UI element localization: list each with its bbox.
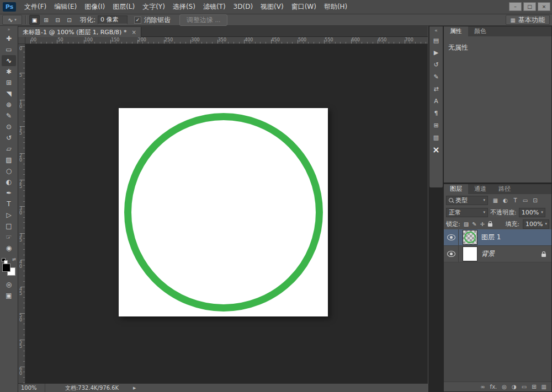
screen-mode-button[interactable]: ▣ [2,290,16,301]
refine-edge-button[interactable]: 调整边缘 ... [179,14,227,26]
antialias-checkbox[interactable]: ✓ [134,17,141,24]
subtract-selection-mode[interactable]: ⊟ [52,15,63,25]
new-group-icon[interactable]: ▭ [522,384,527,390]
menu-item[interactable]: 视图(V) [257,0,288,14]
history-brush-tool[interactable]: ↺ [2,132,16,143]
workspace-switcher[interactable]: ▦ 基本功能 [506,15,550,25]
lock-transparency-icon[interactable]: ▨ [464,221,469,227]
paragraph-panel-icon[interactable]: ¶ [429,107,443,119]
tool-preset-picker[interactable]: ∿ ▾ [2,15,22,25]
adjustment-layer-icon[interactable]: ◑ [512,384,517,390]
left-ruler[interactable]: 051015202530354045505560 [18,44,25,383]
eraser-tool[interactable]: ▱ [2,143,16,154]
dodge-tool[interactable]: ◐ [2,176,16,187]
pen-tool[interactable]: ✒ [2,187,16,198]
menu-item[interactable]: 帮助(H) [320,0,351,14]
new-layer-icon[interactable]: ⊞ [532,384,536,390]
ruler-corner[interactable] [18,37,25,44]
layer-name[interactable]: 图层 1 [481,233,501,242]
zoom-level-field[interactable]: 100% [18,384,45,392]
layer-thumbnail[interactable] [463,246,477,261]
filter-type-layers-icon[interactable]: T [511,196,520,205]
visibility-toggle[interactable] [444,246,459,262]
layers-tab[interactable]: 路径 [492,184,517,194]
gradient-tool[interactable]: ▨ [2,154,16,165]
filter-adjustment-layers-icon[interactable]: ◐ [501,196,510,205]
properties-tab[interactable]: 颜色 [468,26,492,36]
layer-row-layer-1[interactable]: 图层 1 [444,229,551,246]
layer-thumbnail[interactable] [463,230,477,245]
blur-tool[interactable]: ○ [2,165,16,176]
canvas-viewport[interactable] [25,44,428,383]
menu-item[interactable]: 滤镜(T) [199,0,230,14]
document-tab[interactable]: 未标题-1 @ 100% (图层 1, RGB/8) * × [18,27,141,37]
type-tool[interactable]: T [2,198,16,210]
shape-tool[interactable]: □ [2,221,16,232]
fill-dropdown[interactable]: 100% ▾ [523,219,549,229]
new-selection-mode[interactable]: ▣ [29,15,40,25]
add-selection-mode[interactable]: ⊞ [41,15,51,25]
layer-name[interactable]: 背景 [481,249,495,259]
status-menu-arrow-icon[interactable]: ▶ [133,386,136,390]
quick-selection-tool[interactable]: ✱ [2,66,16,77]
collapse-toolbox-icon[interactable]: » [8,26,10,33]
styles-panel-icon[interactable]: ✎ [429,71,443,83]
expand-panels-icon[interactable]: « [434,26,438,34]
menu-item[interactable]: 编辑(E) [50,0,81,14]
menu-item[interactable]: 文件(F) [20,0,50,14]
history-panel-icon[interactable]: ↺ [429,58,443,71]
properties-tab[interactable]: 属性 [444,26,468,36]
layers-tab[interactable]: 通道 [468,184,492,194]
clone-stamp-tool[interactable]: ⊙ [2,121,16,132]
default-colors-icon[interactable] [2,258,7,264]
intersect-selection-mode[interactable]: ⊡ [64,15,75,25]
layer-row-background[interactable]: 背景 [444,246,551,262]
close-button[interactable]: × [538,2,550,11]
menu-item[interactable]: 窗口(W) [288,0,320,14]
lock-pixels-icon[interactable]: ✎ [472,221,476,227]
quick-mask-button[interactable]: ◎ [2,279,16,290]
eyedropper-tool[interactable]: ◥ [2,88,16,99]
filter-pixel-layers-icon[interactable]: ▦ [491,196,500,205]
menu-item[interactable]: 3D(D) [230,0,257,14]
menu-item[interactable]: 文字(Y) [139,0,169,14]
lock-all-icon[interactable] [488,223,492,227]
lasso-tool[interactable]: ∿ [2,55,16,66]
document-canvas[interactable] [119,108,328,316]
layers-tab[interactable]: 图层 [444,184,468,194]
blend-mode-dropdown[interactable]: 正常 ▾ [446,208,488,217]
move-tool[interactable]: ✚ [2,33,16,44]
menu-item[interactable]: 图层(L) [109,0,139,14]
delete-layer-icon[interactable]: ▥ [542,384,546,390]
swap-colors-icon[interactable]: ⇄ [12,257,16,262]
menu-item[interactable]: 选择(S) [169,0,199,14]
visibility-toggle[interactable] [444,229,459,245]
minimize-button[interactable]: – [509,2,522,11]
path-selection-tool[interactable]: ▷ [2,210,16,221]
brush-tool[interactable]: ✎ [2,110,16,121]
filter-shape-layers-icon[interactable]: ▭ [521,196,530,205]
opacity-dropdown[interactable]: 100% ▾ [519,208,545,217]
actions-panel-icon[interactable]: ▶ [429,46,443,58]
close-icon[interactable]: × [131,29,136,35]
document-size-status[interactable]: 文档:732.4K/976.6K [65,384,119,392]
feather-input[interactable]: 0 像素 [98,15,128,24]
foreground-color-swatch[interactable] [2,264,10,272]
layer-style-icon[interactable]: fx. [490,384,497,390]
top-ruler[interactable]: 0050100150200250300350400450500550600650… [25,37,428,44]
histogram-panel-icon[interactable]: ▥ [429,131,443,143]
menu-item[interactable]: 图像(I) [81,0,109,14]
hand-tool[interactable]: ☞ [2,232,16,243]
maximize-button[interactable]: □ [523,2,536,11]
link-layers-icon[interactable]: ∞ [480,384,485,390]
brush-presets-panel-icon[interactable]: ▤ [429,34,443,46]
close-panel-icon[interactable]: × [429,143,443,155]
marquee-tool[interactable]: ▭ [2,44,16,55]
lock-position-icon[interactable]: ✛ [480,221,485,227]
add-layer-mask-icon[interactable]: ◎ [502,384,507,390]
zoom-tool[interactable]: ◉ [2,243,16,254]
character-panel-icon[interactable]: A [429,95,443,107]
clone-source-panel-icon[interactable]: ⇄ [429,83,443,95]
info-panel-icon[interactable]: ⊞ [429,119,443,131]
crop-tool[interactable]: ⊞ [2,77,16,88]
